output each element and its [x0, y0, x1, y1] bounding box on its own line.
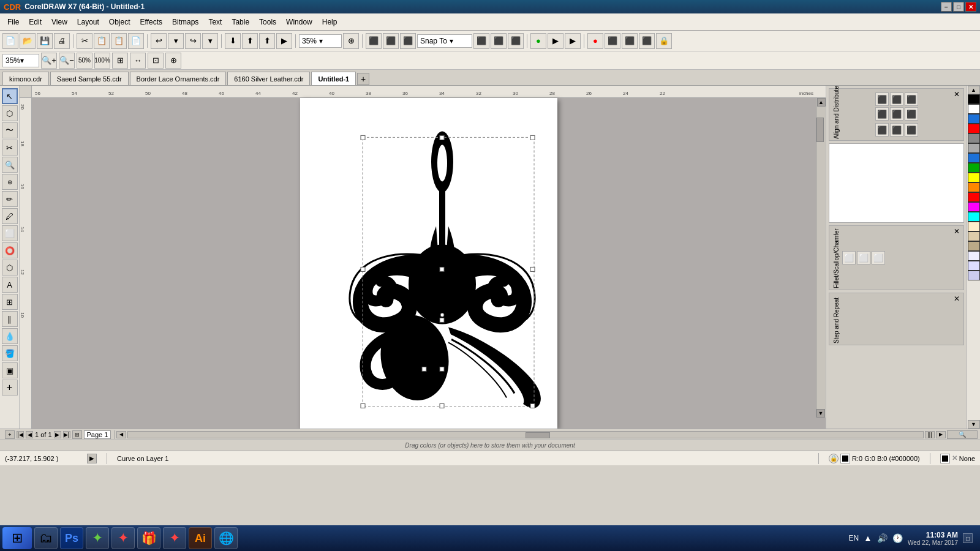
- tab-silver[interactable]: 6160 Silver Leather.cdr: [227, 72, 310, 85]
- rect-tool-btn[interactable]: ⬜: [2, 225, 18, 241]
- menu-view[interactable]: View: [47, 16, 72, 28]
- menu-object[interactable]: Object: [104, 16, 135, 28]
- shape-tool-btn[interactable]: ⬡: [2, 105, 18, 121]
- menu-help[interactable]: Help: [317, 16, 342, 28]
- palette-scroll-down[interactable]: ▼: [968, 420, 980, 429]
- distribute-left-btn[interactable]: ⬛: [875, 123, 889, 137]
- fillet-panel-close[interactable]: ✕: [954, 227, 960, 236]
- color-lavender3[interactable]: [968, 271, 980, 280]
- menu-layout[interactable]: Layout: [72, 16, 104, 28]
- app6-taskbar-btn[interactable]: 🎁: [137, 527, 160, 549]
- color-red[interactable]: [968, 124, 980, 133]
- align-right-btn[interactable]: ⬛: [905, 92, 918, 106]
- menu-tools[interactable]: Tools: [254, 16, 281, 28]
- fillet-btn[interactable]: ⬜: [842, 251, 856, 264]
- open-button[interactable]: 📂: [20, 33, 36, 49]
- polygon-tool-btn[interactable]: ⬡: [2, 260, 18, 276]
- align-left-btn[interactable]: ⬛: [875, 92, 889, 106]
- color-lavender2[interactable]: [968, 261, 980, 271]
- new-tab-button[interactable]: +: [357, 73, 369, 85]
- step-repeat-close[interactable]: ✕: [954, 294, 960, 303]
- copy-button[interactable]: 📋: [94, 33, 110, 49]
- color-cream1[interactable]: [968, 222, 980, 231]
- zoom-selection-btn[interactable]: ⊡: [148, 53, 164, 69]
- start-button[interactable]: ⊞: [2, 527, 32, 549]
- minimize-button[interactable]: −: [941, 2, 952, 12]
- datetime-display[interactable]: 11:03 AM Wed 22, Mar 2017: [908, 531, 958, 546]
- zoom-dropdown-arrow[interactable]: ▾: [319, 37, 323, 45]
- page-next-btn[interactable]: ▶: [54, 431, 61, 438]
- page-last-btn[interactable]: ▶|: [63, 431, 70, 438]
- align-center-h-btn[interactable]: ⬛: [890, 92, 903, 106]
- zoom-out-btn[interactable]: 🔍−: [59, 53, 75, 69]
- print-button[interactable]: 🖨: [54, 33, 70, 49]
- freehand-tool-btn[interactable]: ✏: [2, 191, 18, 207]
- save-button[interactable]: 💾: [37, 33, 53, 49]
- view-mode-btn2[interactable]: ⬛: [491, 33, 507, 49]
- volume-icon[interactable]: 🔊: [877, 533, 888, 543]
- hscroll-right-btn[interactable]: ▶: [936, 431, 946, 438]
- page-first-btn[interactable]: |◀: [17, 431, 24, 438]
- page-add-btn[interactable]: +: [5, 430, 15, 439]
- more-btn[interactable]: ▶: [548, 33, 564, 49]
- zoom-fit-button[interactable]: ⊕: [343, 33, 359, 49]
- chamfer-btn[interactable]: ⬜: [872, 251, 885, 264]
- app7-taskbar-btn[interactable]: ✦: [163, 527, 186, 549]
- zoom-dd-arrow[interactable]: ▾: [20, 56, 24, 65]
- color-red2[interactable]: [968, 192, 980, 202]
- affinity-taskbar-btn[interactable]: ✦: [86, 527, 109, 549]
- view-btn2[interactable]: ⬛: [383, 33, 399, 49]
- photoshop-taskbar-btn[interactable]: Ps: [60, 527, 83, 549]
- illustrator-taskbar-btn[interactable]: Ai: [189, 527, 212, 549]
- color-gray1[interactable]: [968, 133, 980, 143]
- smart-fill-btn[interactable]: ▣: [2, 362, 18, 378]
- zoom-indicator-hscroll[interactable]: 🔍: [947, 430, 978, 439]
- distribute-right-btn[interactable]: ⬛: [905, 123, 918, 137]
- menu-bitmaps[interactable]: Bitmaps: [167, 16, 203, 28]
- paste-special-button[interactable]: 📄: [128, 33, 144, 49]
- cut-button[interactable]: ✂: [77, 33, 92, 49]
- file-explorer-btn[interactable]: 🗂: [34, 527, 58, 549]
- menu-table[interactable]: Table: [227, 16, 254, 28]
- view-mode-btn3[interactable]: ⬛: [508, 33, 524, 49]
- color-tan[interactable]: [968, 241, 980, 251]
- parallel-tool-btn[interactable]: ∥: [2, 311, 18, 327]
- menu-file[interactable]: File: [2, 16, 24, 28]
- tab-untitled[interactable]: Untitled-1: [311, 72, 356, 85]
- color-cream2[interactable]: [968, 231, 980, 241]
- page-options-btn[interactable]: ⊞: [72, 430, 82, 439]
- scallop-btn[interactable]: ⬜: [857, 251, 870, 264]
- select-tool-btn[interactable]: ↖: [2, 88, 18, 104]
- redo-dropdown[interactable]: ▾: [202, 33, 218, 49]
- undo-button[interactable]: ↩: [151, 33, 167, 49]
- export-button[interactable]: ⬆: [242, 33, 258, 49]
- distribute-center-btn[interactable]: ⬛: [890, 123, 903, 137]
- snap-to-combo[interactable]: Snap To ▾: [417, 34, 472, 48]
- crop-tool-btn[interactable]: ✂: [2, 140, 18, 156]
- align-center-v-btn[interactable]: ⬛: [890, 107, 903, 121]
- view-mode-btn[interactable]: ⬛: [473, 33, 489, 49]
- align-bottom-btn[interactable]: ⬛: [905, 107, 918, 121]
- zoom-100-btn[interactable]: 100%: [94, 53, 110, 69]
- color-gray2[interactable]: [968, 143, 980, 153]
- paste-button[interactable]: 📋: [111, 33, 127, 49]
- status-info-btn[interactable]: ▶: [87, 454, 97, 463]
- zoom-tool2-btn[interactable]: ⊕: [2, 174, 18, 190]
- import-button[interactable]: ⬇: [225, 33, 241, 49]
- color-blue[interactable]: [968, 114, 980, 124]
- table-tool-btn[interactable]: ⊞: [2, 294, 18, 310]
- color-magenta[interactable]: [968, 202, 980, 212]
- page-prev-btn[interactable]: ◀: [26, 431, 33, 438]
- menu-effects[interactable]: Effects: [135, 16, 167, 28]
- add-page-btn[interactable]: +: [2, 380, 18, 395]
- publish-button[interactable]: ▶: [276, 33, 292, 49]
- tab-kimono[interactable]: kimono.cdr: [2, 72, 49, 85]
- zoom-fit-page-btn[interactable]: ⊞: [112, 53, 128, 69]
- menu-text[interactable]: Text: [203, 16, 227, 28]
- undo-dropdown[interactable]: ▾: [168, 33, 184, 49]
- chrome-taskbar-btn[interactable]: 🌐: [214, 527, 238, 549]
- lock-btn[interactable]: 🔒: [656, 33, 672, 49]
- hscroll-bar[interactable]: [127, 431, 924, 438]
- zoom-50-btn[interactable]: 50%: [77, 53, 92, 69]
- scroll-up-btn[interactable]: ▲: [817, 98, 826, 107]
